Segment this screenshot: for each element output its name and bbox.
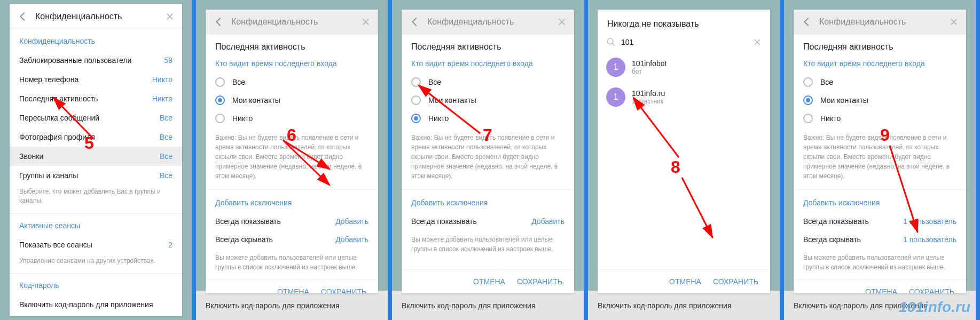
close-icon[interactable] — [361, 17, 371, 27]
cancel-button[interactable]: ОТМЕНА — [669, 277, 701, 286]
search-icon — [606, 37, 616, 47]
privacy-settings-panel: Конфиденциальность Конфиденциальность За… — [10, 4, 182, 316]
row-enable-passcode[interactable]: Включить код-пароль для приложения — [10, 295, 182, 314]
exceptions-note: Вы можете добавить пользователей или цел… — [402, 230, 574, 261]
row-forwarding[interactable]: Пересылка сообщенийВсе — [10, 108, 182, 127]
close-icon[interactable] — [557, 17, 567, 27]
save-button[interactable]: СОХРАНИТЬ — [321, 287, 366, 293]
sub-title: Последняя активность — [794, 35, 966, 55]
never-show-panel: Никогда не показывать 101 1 101infobotбо… — [598, 10, 770, 293]
radio-nobody[interactable]: Никто — [794, 109, 966, 127]
radio-nobody[interactable]: Никто — [402, 109, 574, 127]
result-sub: 1 участник — [632, 98, 665, 105]
privacy-note: Важно: Вы не будете видеть появление в с… — [794, 127, 966, 190]
last-seen-panel: Конфиденциальность Последняя активность … — [402, 10, 574, 293]
radio-everybody[interactable]: Все — [206, 73, 378, 91]
exceptions-note: Вы можете добавить пользователей или цел… — [794, 249, 966, 279]
header-title: Конфиденциальность — [427, 17, 557, 27]
search-result[interactable]: 1 101infobotбот — [598, 52, 770, 82]
cancel-button[interactable]: ОТМЕНА — [865, 287, 897, 293]
privacy-note: Важно: Вы не будете видеть появление в с… — [402, 127, 574, 190]
search-result[interactable]: 1 101info.ru1 участник — [598, 82, 770, 112]
row-last-seen[interactable]: Последняя активностьНикто — [10, 89, 182, 108]
who-sees-label: Кто видит время последнего входа — [794, 55, 966, 73]
row-always-hide[interactable]: Всегда скрывать1 пользователь — [794, 230, 966, 249]
row-blocked-users[interactable]: Заблокированные пользователи59 — [10, 51, 182, 70]
radio-everybody[interactable]: Все — [794, 73, 966, 91]
save-button[interactable]: СОХРАНИТЬ — [517, 277, 562, 286]
never-show-title: Никогда не показывать — [598, 10, 770, 32]
sub-title: Последняя активность — [206, 35, 378, 55]
row-groups[interactable]: Группы и каналыВсе — [10, 166, 182, 185]
section-privacy: Конфиденциальность — [10, 29, 182, 51]
row-always-show[interactable]: Всегда показывать1 пользователь — [794, 212, 966, 230]
bg-passcode-row[interactable]: Включить код-пароль для приложения — [784, 291, 976, 320]
back-icon[interactable] — [213, 16, 225, 28]
back-icon[interactable] — [17, 11, 29, 22]
radio-contacts[interactable]: Мои контакты — [206, 91, 378, 109]
section-sessions: Активные сеансы — [10, 214, 182, 235]
save-button[interactable]: СОХРАНИТЬ — [909, 287, 954, 293]
clear-icon[interactable] — [753, 38, 762, 46]
hint-sessions: Управление сеансами на других устройства… — [10, 254, 182, 274]
row-profile-photo[interactable]: Фотография профиляВсе — [10, 127, 182, 147]
save-button[interactable]: СОХРАНИТЬ — [713, 277, 758, 286]
back-icon[interactable] — [409, 16, 421, 28]
cancel-button[interactable]: ОТМЕНА — [277, 287, 309, 293]
privacy-note: Важно: Вы не будете видеть появление в с… — [206, 127, 378, 190]
radio-everybody[interactable]: Все — [402, 73, 574, 91]
last-seen-panel: Конфиденциальность Последняя активность … — [206, 10, 378, 293]
avatar: 1 — [606, 58, 625, 77]
bg-passcode-row[interactable]: Включить код-пароль для приложения — [588, 291, 780, 320]
radio-contacts[interactable]: Мои контакты — [794, 91, 966, 109]
dialog-footer: ОТМЕНА СОХРАНИТЬ — [598, 269, 770, 293]
result-name: 101info.ru — [632, 89, 665, 98]
header-title: Конфиденциальность — [819, 17, 949, 27]
panel-header: Конфиденциальность — [206, 10, 378, 35]
bg-passcode-row[interactable]: Включить код-пароль для приложения — [392, 291, 584, 320]
exceptions-title: Добавить исключения — [206, 190, 378, 212]
panel-header: Конфиденциальность — [402, 10, 574, 35]
who-sees-label: Кто видит время последнего входа — [402, 55, 574, 73]
row-calls[interactable]: ЗвонкиВсе — [10, 147, 182, 166]
header-title: Конфиденциальность — [35, 12, 165, 21]
sub-title: Последняя активность — [402, 35, 574, 55]
row-phone-number[interactable]: Номер телефонаНикто — [10, 70, 182, 89]
search-row[interactable]: 101 — [598, 32, 770, 52]
search-input[interactable]: 101 — [621, 38, 753, 46]
row-all-sessions[interactable]: Показать все сеансы2 — [10, 235, 182, 254]
close-icon[interactable] — [949, 17, 959, 27]
dialog-footer: ОТМЕНА СОХРАНИТЬ — [206, 279, 378, 293]
back-icon[interactable] — [801, 16, 813, 28]
result-sub: бот — [632, 68, 667, 75]
result-name: 101infobot — [632, 59, 667, 68]
bg-passcode-row[interactable]: Включить код-пароль для приложения — [196, 291, 388, 320]
dialog-footer: ОТМЕНА СОХРАНИТЬ — [794, 279, 966, 293]
dialog-footer: ОТМЕНА СОХРАНИТЬ — [402, 269, 574, 293]
section-passcode: Код-пароль — [10, 274, 182, 295]
exceptions-title: Добавить исключения — [794, 190, 966, 212]
row-always-hide[interactable]: Всегда скрыватьДобавить — [206, 230, 378, 249]
last-seen-panel: Конфиденциальность Последняя активность … — [794, 10, 966, 293]
svg-point-4 — [607, 38, 613, 44]
close-icon[interactable] — [165, 12, 175, 21]
hint-groups: Выберите, кто может добавлять Вас в груп… — [10, 185, 182, 214]
svg-line-5 — [612, 43, 615, 46]
cancel-button[interactable]: ОТМЕНА — [473, 277, 505, 286]
avatar: 1 — [606, 87, 625, 107]
exceptions-note: Вы можете добавить пользователей или цел… — [206, 249, 378, 279]
panel-header: Конфиденциальность — [794, 10, 966, 35]
radio-nobody[interactable]: Никто — [206, 109, 378, 127]
row-always-show[interactable]: Всегда показыватьДобавить — [206, 212, 378, 230]
row-always-show[interactable]: Всегда показыватьДобавить — [402, 212, 574, 230]
exceptions-title: Добавить исключения — [402, 190, 574, 212]
header-title: Конфиденциальность — [231, 17, 361, 27]
panel-header: Конфиденциальность — [10, 4, 182, 29]
who-sees-label: Кто видит время последнего входа — [206, 55, 378, 73]
radio-contacts[interactable]: Мои контакты — [402, 91, 574, 109]
